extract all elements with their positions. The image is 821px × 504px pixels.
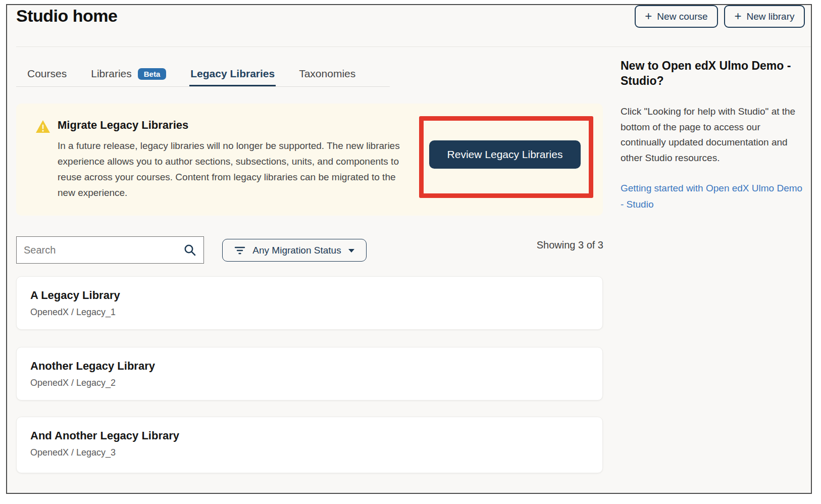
new-library-label: New library xyxy=(746,11,794,22)
help-sidebar: New to Open edX Ulmo Demo - Studio? Clic… xyxy=(621,58,803,213)
library-card[interactable]: Another Legacy Library OpenedX / Legacy_… xyxy=(16,347,603,400)
library-org-path: OpenedX / Legacy_3 xyxy=(30,447,602,458)
page-title: Studio home xyxy=(16,6,117,26)
alert-title: Migrate Legacy Libraries xyxy=(58,119,188,132)
library-title: Another Legacy Library xyxy=(30,360,602,373)
tab-libraries[interactable]: Libraries Beta xyxy=(90,61,167,86)
search-field xyxy=(16,236,204,264)
library-org-path: OpenedX / Legacy_2 xyxy=(30,378,602,388)
warning-triangle-icon xyxy=(35,120,50,136)
plus-icon: + xyxy=(734,10,741,22)
header-divider xyxy=(16,46,811,47)
tab-legacy-libraries-label: Legacy Libraries xyxy=(190,68,275,80)
search-icon[interactable] xyxy=(183,243,196,257)
tab-libraries-label: Libraries xyxy=(91,68,132,80)
getting-started-link[interactable]: Getting started with Open edX Ulmo Demo … xyxy=(621,180,803,213)
library-card[interactable]: A Legacy Library OpenedX / Legacy_1 xyxy=(16,276,603,330)
new-library-button[interactable]: + New library xyxy=(724,5,805,28)
library-title: And Another Legacy Library xyxy=(30,429,602,442)
tab-taxonomies[interactable]: Taxonomies xyxy=(298,61,356,86)
search-input[interactable] xyxy=(17,244,183,256)
tab-taxonomies-label: Taxonomies xyxy=(299,68,355,80)
tab-bar: Courses Libraries Beta Legacy Libraries … xyxy=(16,61,390,87)
new-course-label: New course xyxy=(657,11,707,22)
tab-legacy-libraries[interactable]: Legacy Libraries xyxy=(189,61,276,86)
beta-badge: Beta xyxy=(138,68,167,80)
new-course-button[interactable]: + New course xyxy=(635,5,718,28)
library-card[interactable]: And Another Legacy Library OpenedX / Leg… xyxy=(16,417,603,473)
results-count: Showing 3 of 3 xyxy=(310,239,603,251)
tab-courses-label: Courses xyxy=(27,68,67,80)
alert-body: In a future release, legacy libraries wi… xyxy=(58,138,411,200)
sidebar-help-text: Click "Looking for help with Studio" at … xyxy=(621,104,803,166)
filter-icon xyxy=(234,246,245,255)
plus-icon: + xyxy=(645,10,652,22)
library-org-path: OpenedX / Legacy_1 xyxy=(30,307,602,318)
app-window: Studio home + New course + New library C… xyxy=(6,4,812,494)
review-legacy-libraries-button[interactable]: Review Legacy Libraries xyxy=(429,140,581,169)
tab-courses[interactable]: Courses xyxy=(26,61,68,86)
library-title: A Legacy Library xyxy=(30,289,602,302)
sidebar-heading: New to Open edX Ulmo Demo - Studio? xyxy=(621,58,803,88)
